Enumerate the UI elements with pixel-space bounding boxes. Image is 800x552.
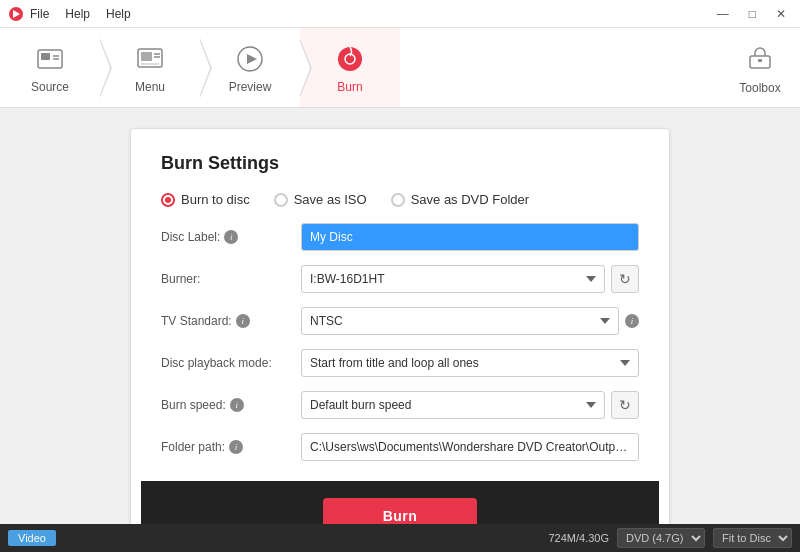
tv-standard-label: TV Standard: i	[161, 314, 301, 328]
tv-standard-extra-info-icon[interactable]: i	[625, 314, 639, 328]
status-bar: Video 724M/4.30G DVD (4.7G) Fit to Disc	[0, 524, 800, 552]
burner-select-wrapper: I:BW-16D1HT ↻	[301, 265, 639, 293]
preview-label: Preview	[229, 80, 272, 94]
maximize-button[interactable]: □	[743, 5, 762, 23]
toolbox-label: Toolbox	[739, 81, 780, 95]
disc-type-select[interactable]: DVD (4.7G)	[617, 528, 705, 548]
file-size-info: 724M/4.30G	[548, 532, 609, 544]
nav-bar: Source Menu Pre	[0, 28, 800, 108]
svg-rect-16	[758, 59, 762, 62]
burn-button[interactable]: Burn	[323, 498, 478, 524]
save-as-dvd-option[interactable]: Save as DVD Folder	[391, 192, 530, 207]
toolbox-icon	[743, 40, 777, 77]
burn-to-disc-radio[interactable]	[161, 193, 175, 207]
save-as-iso-radio[interactable]	[274, 193, 288, 207]
save-as-dvd-radio[interactable]	[391, 193, 405, 207]
tv-standard-controls: NTSC PAL i	[301, 307, 639, 335]
nav-toolbox[interactable]: Toolbox	[720, 28, 800, 107]
svg-rect-6	[141, 52, 152, 61]
svg-marker-11	[247, 54, 257, 64]
source-icon	[33, 42, 67, 76]
burn-speed-refresh-button[interactable]: ↻	[611, 391, 639, 419]
disc-label-input[interactable]	[301, 223, 639, 251]
menu-icon	[133, 42, 167, 76]
burner-select[interactable]: I:BW-16D1HT	[301, 265, 605, 293]
burn-speed-row: Burn speed: i Default burn speed ↻	[161, 391, 639, 419]
menu-bar: File Help Help	[30, 7, 131, 21]
folder-path-input[interactable]	[301, 433, 639, 461]
app-icon	[8, 6, 24, 22]
menu-help[interactable]: Help	[65, 7, 90, 21]
nav-item-preview[interactable]: Preview	[200, 28, 300, 107]
tv-standard-info-icon[interactable]: i	[236, 314, 250, 328]
main-content: Burn Settings Burn to disc Save as ISO S…	[0, 108, 800, 524]
fit-option-select[interactable]: Fit to Disc	[713, 528, 792, 548]
window-controls: — □ ✕	[711, 5, 792, 23]
disc-label-label: Disc Label: i	[161, 230, 301, 244]
nav-items: Source Menu Pre	[0, 28, 720, 107]
burn-to-disc-option[interactable]: Burn to disc	[161, 192, 250, 207]
burn-mode-options: Burn to disc Save as ISO Save as DVD Fol…	[161, 192, 639, 207]
folder-path-label: Folder path: i	[161, 440, 301, 454]
settings-title: Burn Settings	[161, 153, 639, 174]
burner-refresh-button[interactable]: ↻	[611, 265, 639, 293]
save-as-iso-option[interactable]: Save as ISO	[274, 192, 367, 207]
disc-playback-select[interactable]: Start from title and loop all ones	[301, 349, 639, 377]
disc-playback-label: Disc playback mode:	[161, 356, 301, 370]
burn-speed-select-wrapper: Default burn speed ↻	[301, 391, 639, 419]
preview-icon	[233, 42, 267, 76]
close-button[interactable]: ✕	[770, 5, 792, 23]
folder-path-row: Folder path: i	[161, 433, 639, 461]
video-badge: Video	[8, 530, 56, 546]
svg-rect-2	[41, 53, 50, 60]
disc-label-info-icon[interactable]: i	[224, 230, 238, 244]
burn-label: Burn	[337, 80, 362, 94]
disc-playback-row: Disc playback mode: Start from title and…	[161, 349, 639, 377]
menu-label: Menu	[135, 80, 165, 94]
source-label: Source	[31, 80, 69, 94]
folder-path-info-icon[interactable]: i	[229, 440, 243, 454]
nav-item-burn[interactable]: Burn	[300, 28, 400, 107]
burner-label: Burner:	[161, 272, 301, 286]
burn-area: Burn	[141, 481, 659, 524]
burn-speed-select[interactable]: Default burn speed	[301, 391, 605, 419]
disc-label-row: Disc Label: i	[161, 223, 639, 251]
burn-icon	[333, 42, 367, 76]
burner-row: Burner: I:BW-16D1HT ↻	[161, 265, 639, 293]
burn-speed-info-icon[interactable]: i	[230, 398, 244, 412]
burn-speed-label: Burn speed: i	[161, 398, 301, 412]
minimize-button[interactable]: —	[711, 5, 735, 23]
tv-standard-select[interactable]: NTSC PAL	[301, 307, 619, 335]
menu-file[interactable]: File	[30, 7, 49, 21]
menu-help2[interactable]: Help	[106, 7, 131, 21]
tv-standard-row: TV Standard: i NTSC PAL i	[161, 307, 639, 335]
title-bar: File Help Help — □ ✕	[0, 0, 800, 28]
svg-point-14	[349, 57, 352, 60]
nav-item-source[interactable]: Source	[0, 28, 100, 107]
settings-panel: Burn Settings Burn to disc Save as ISO S…	[130, 128, 670, 524]
nav-item-menu[interactable]: Menu	[100, 28, 200, 107]
